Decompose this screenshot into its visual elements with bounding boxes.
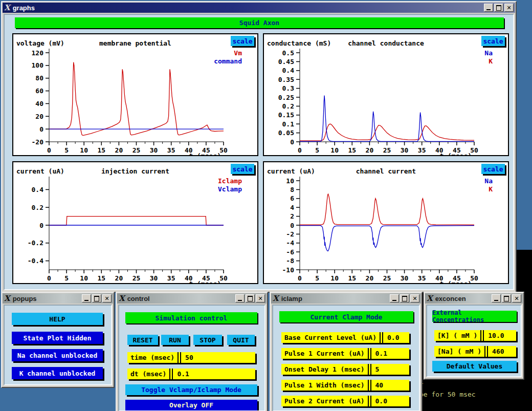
pulse1-current-value[interactable]: 0.1: [371, 348, 409, 359]
svg-text:35: 35: [167, 274, 175, 282]
svg-text:25: 25: [383, 274, 391, 282]
control-body: Simulation control RESET RUN STOP QUIT t…: [118, 305, 265, 411]
channel-current-plot[interactable]: 1086420-2-4-6-8-1005101520253035404550t …: [264, 162, 508, 283]
svg-text:10: 10: [80, 274, 88, 282]
pulse2-current-value[interactable]: 0.0: [371, 396, 409, 406]
state-plot-button[interactable]: State Plot Hidden: [12, 332, 103, 344]
minimize-button[interactable]: [235, 294, 245, 302]
svg-text:0: 0: [290, 222, 294, 229]
toggle-clamp-mode-button[interactable]: Toggle Vclamp/Iclamp Mode: [125, 384, 257, 395]
window-title: exconcen: [435, 295, 466, 302]
window-title: control: [127, 295, 150, 302]
minimize-button[interactable]: [484, 4, 493, 12]
svg-text:100: 100: [32, 61, 44, 69]
svg-text:0: 0: [39, 125, 43, 133]
svg-text:0.45: 0.45: [278, 58, 294, 66]
svg-text:2: 2: [290, 212, 294, 220]
close-button[interactable]: ✕: [512, 294, 521, 302]
terminal-text-line: be for 50 msec: [419, 391, 476, 398]
svg-text:25: 25: [132, 146, 141, 154]
popups-titlebar[interactable]: X popups ✕: [3, 293, 113, 304]
reset-button[interactable]: RESET: [127, 335, 158, 345]
plot-legend: Vm command: [214, 49, 242, 66]
control-titlebar[interactable]: X control ✕: [117, 293, 267, 304]
window-title: iclamp: [281, 295, 302, 302]
quit-button[interactable]: QUIT: [227, 335, 255, 345]
svg-text:5: 5: [315, 274, 319, 282]
maximize-button[interactable]: [494, 4, 503, 12]
panel-channel-current: 1086420-2-4-6-8-1005101520253035404550t …: [263, 161, 509, 284]
svg-text:0.1: 0.1: [282, 120, 295, 128]
maximize-button[interactable]: [92, 294, 101, 302]
field-label: Pulse 2 Current (uA): [281, 396, 368, 406]
minimize-button[interactable]: [492, 294, 501, 302]
y-axis-label: voltage (mV): [16, 39, 64, 47]
channel-conductance-plot[interactable]: 0.50.450.40.350.30.250.20.150.10.0500510…: [264, 34, 508, 155]
svg-text:0.2: 0.2: [32, 204, 43, 211]
base-current-field: Base Current Level (uA) 0.0: [281, 332, 409, 343]
legend-entry: Na: [484, 49, 493, 57]
svg-text:0.4: 0.4: [282, 67, 295, 74]
maximize-button[interactable]: [502, 294, 511, 302]
close-button[interactable]: ✕: [256, 294, 265, 302]
dt-value[interactable]: 0.1: [173, 369, 255, 379]
maximize-button[interactable]: [246, 294, 255, 302]
window-exconcen: X exconcen ✕ External Concentrations [K]…: [424, 292, 524, 380]
k-concentration-value[interactable]: 10.0: [484, 330, 516, 341]
onset-delay1-value[interactable]: 5: [371, 364, 409, 375]
k-channel-button[interactable]: K channel unblocked: [12, 367, 103, 379]
svg-text:-10: -10: [282, 266, 295, 274]
overlay-button[interactable]: Overlay OFF: [125, 400, 257, 410]
field-label: Base Current Level (uA): [281, 332, 380, 343]
svg-text:20: 20: [35, 113, 43, 120]
svg-text:t (msec): t (msec): [439, 152, 472, 155]
close-button[interactable]: ✕: [102, 294, 112, 302]
iclamp-titlebar[interactable]: X iclamp ✕: [271, 293, 421, 304]
pulse1-width-field: Pulse 1 Width (msec) 40: [281, 380, 409, 391]
scale-button[interactable]: scale: [231, 164, 254, 174]
scale-button[interactable]: scale: [231, 36, 254, 46]
graphs-titlebar[interactable]: X graphs ✕: [3, 3, 515, 13]
na-concentration-value[interactable]: 460: [488, 346, 516, 357]
run-button[interactable]: RUN: [161, 335, 189, 345]
svg-text:0.4: 0.4: [32, 186, 44, 193]
svg-text:0: 0: [290, 138, 294, 146]
close-button[interactable]: ✕: [410, 294, 419, 302]
close-button[interactable]: ✕: [504, 4, 514, 12]
svg-text:-0.4: -0.4: [28, 257, 43, 265]
pulse2-current-field: Pulse 2 Current (uA) 0.0: [281, 396, 409, 406]
base-current-value[interactable]: 0.0: [383, 332, 409, 343]
field-label: Pulse 1 Current (uA): [281, 348, 368, 359]
help-button[interactable]: HELP: [12, 313, 103, 325]
na-channel-button[interactable]: Na channel unblocked: [12, 349, 103, 361]
svg-text:0: 0: [47, 274, 51, 282]
svg-text:-4: -4: [286, 239, 294, 247]
minimize-button[interactable]: [390, 294, 399, 302]
legend-entry: K: [484, 57, 493, 66]
default-values-button[interactable]: Default Values: [432, 361, 517, 372]
panel-membrane-potential: 120100806040200-2005101520253035404550t …: [12, 33, 258, 156]
y-axis-label: conductance (mS): [267, 39, 331, 47]
window-control: X control ✕ Simulation control RESET RUN…: [116, 292, 268, 411]
stop-button[interactable]: STOP: [193, 335, 222, 345]
exconcen-titlebar[interactable]: X exconcen ✕: [425, 293, 523, 304]
legend-entry: Vclamp: [218, 185, 242, 193]
pulse1-width-value[interactable]: 40: [371, 380, 409, 391]
x11-logo-icon: X: [4, 4, 10, 11]
minimize-button[interactable]: [82, 294, 91, 302]
svg-text:30: 30: [401, 146, 409, 154]
svg-text:25: 25: [132, 274, 141, 282]
svg-text:5: 5: [315, 146, 319, 154]
svg-text:15: 15: [348, 274, 356, 282]
time-value[interactable]: 50: [181, 352, 255, 363]
field-label: dt (msec): [127, 369, 169, 379]
svg-text:0: 0: [47, 146, 51, 154]
scale-button[interactable]: scale: [481, 164, 505, 174]
svg-text:120: 120: [32, 49, 44, 57]
x11-logo-icon: X: [119, 295, 125, 302]
maximize-button[interactable]: [400, 294, 409, 302]
svg-text:10: 10: [286, 177, 294, 185]
svg-text:35: 35: [167, 146, 175, 154]
scale-button[interactable]: scale: [481, 36, 505, 46]
legend-entry: Na: [484, 177, 493, 185]
